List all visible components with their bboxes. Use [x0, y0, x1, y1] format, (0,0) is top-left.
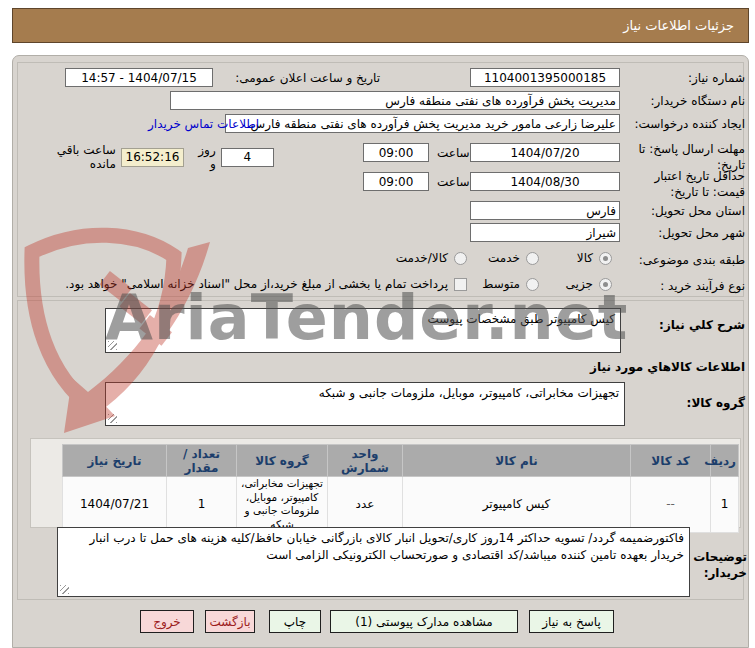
validity-date-field[interactable]: 1404/08/30 — [470, 172, 620, 191]
col-need-date: تاریخ نیاز — [63, 445, 167, 477]
remaining-days-label: روز و — [189, 143, 216, 171]
process-type-label: نوع فرآیند خرید : — [660, 279, 745, 293]
remaining-days-field: 4 — [221, 148, 274, 167]
buyer-org-label: نام دستگاه خریدار: — [651, 94, 746, 108]
need-description-label: شرح کلي نیاز: — [659, 318, 745, 332]
resize-grip-icon[interactable] — [108, 414, 117, 423]
goods-table: ردیف کد کالا نام کالا واحد شمارش گروه کا… — [62, 444, 739, 533]
buyer-notes-text: فاکتورضمیمه گردد/ تسویه حداکثر 14روز کار… — [90, 531, 684, 562]
table-row: 1 -- کیس کامپیوتر عدد تجهیزات مخابراتی، … — [63, 477, 739, 533]
announce-datetime-field[interactable]: 1404/07/15 - 14:57 — [65, 68, 213, 87]
need-description-textarea[interactable]: کیس کامپیوتر طبق مشخصات پیوست — [105, 308, 621, 353]
goods-group-label: گروه کالا: — [687, 396, 745, 410]
classification-option-goods-service[interactable]: کالا/خدمت — [396, 251, 467, 265]
delivery-province-label: استان محل تحویل: — [651, 204, 745, 218]
cell-row-number: 1 — [711, 477, 739, 533]
deadline-time-field[interactable]: 09:00 — [363, 143, 429, 162]
col-goods-group: گروه کالا — [237, 445, 328, 477]
print-button[interactable]: چاپ — [269, 610, 321, 633]
classification-option-service[interactable]: خدمت — [488, 251, 539, 265]
buyer-contact-link[interactable]: اطلاعات تماس خریدار — [148, 117, 259, 131]
process-option-medium[interactable]: متوسط — [482, 277, 539, 291]
treasury-payment-option[interactable]: پرداخت تمام یا بخشی از مبلغ خرید،از محل … — [65, 277, 467, 291]
request-creator-label: ایجاد کننده درخواست: — [634, 117, 745, 131]
radio-medium-label: متوسط — [482, 277, 520, 291]
classification-label: طبقه بندی موضوعی: — [639, 253, 745, 267]
table-header-row: ردیف کد کالا نام کالا واحد شمارش گروه کا… — [63, 445, 739, 477]
validity-hour-label: ساعت — [437, 175, 470, 189]
radio-minor-icon[interactable] — [599, 278, 612, 291]
remaining-suffix-label: ساعت باقي مانده — [28, 143, 116, 171]
deadline-hour-label: ساعت — [437, 146, 470, 160]
remaining-time-field: 16:52:16 — [121, 148, 184, 167]
need-description-text: کیس کامپیوتر طبق مشخصات پیوست — [427, 312, 615, 326]
delivery-city-label: شهر محل تحویل: — [658, 226, 745, 240]
request-creator-field[interactable]: علیرضا زارعی مامور خرید مدیریت پخش فرآور… — [225, 114, 620, 133]
delivery-province-field[interactable]: فارس — [470, 201, 620, 220]
goods-group-text: تجهیزات مخابراتی، کامپیوتر، موبایل، ملزو… — [319, 386, 619, 400]
classification-option-goods[interactable]: کالا — [577, 251, 612, 265]
radio-goods-icon[interactable] — [599, 252, 612, 265]
col-quantity: تعداد / مقدار — [167, 445, 237, 477]
resize-grip-icon[interactable] — [60, 585, 69, 594]
page-title: جزئیات اطلاعات نیاز — [12, 8, 749, 43]
announce-datetime-label: تاریخ و ساعت اعلان عمومی: — [235, 71, 380, 85]
radio-service-label: خدمت — [488, 251, 520, 265]
buyer-notes-label: توضیحات خریدار: — [683, 549, 747, 581]
cell-need-date: 1404/07/21 — [63, 477, 167, 533]
buyer-org-field[interactable]: مدیریت پخش فرآورده های نفتی منطقه فارس — [170, 91, 620, 110]
radio-goods-label: کالا — [577, 251, 593, 265]
radio-minor-label: جزیی — [566, 277, 593, 291]
col-row-number: ردیف — [711, 445, 739, 477]
view-attachments-button[interactable]: مشاهده مدارک پیوستی (1) — [330, 610, 518, 633]
back-button[interactable]: بازگشت — [205, 610, 255, 633]
process-option-minor[interactable]: جزیی — [566, 277, 612, 291]
col-goods-name: نام کالا — [403, 445, 631, 477]
col-goods-code: کد کالا — [631, 445, 711, 477]
radio-goods-service-icon[interactable] — [454, 252, 467, 265]
price-validity-label: حداقل تاریخ اعتبار قیمت: تا تاریخ: — [625, 168, 745, 200]
cell-goods-group: تجهیزات مخابراتی، کامپیوتر، موبایل، ملزو… — [237, 477, 328, 533]
cell-quantity: 1 — [167, 477, 237, 533]
delivery-city-field[interactable]: شیراز — [470, 223, 620, 242]
respond-button[interactable]: پاسخ به نیاز — [529, 610, 614, 633]
cell-goods-code: -- — [631, 477, 711, 533]
treasury-checkbox-icon[interactable] — [454, 278, 467, 291]
radio-goods-service-label: کالا/خدمت — [396, 251, 448, 265]
radio-service-icon[interactable] — [526, 252, 539, 265]
goods-group-textarea[interactable]: تجهیزات مخابراتی، کامپیوتر، موبایل، ملزو… — [105, 382, 625, 426]
radio-medium-icon[interactable] — [526, 278, 539, 291]
treasury-checkbox-label: پرداخت تمام یا بخشی از مبلغ خرید،از محل … — [65, 277, 448, 291]
col-unit: واحد شمارش — [328, 445, 403, 477]
cell-goods-name: کیس کامپیوتر — [403, 477, 631, 533]
exit-button[interactable]: خروج — [140, 610, 194, 633]
time-remaining: 4 روز و 16:52:16 ساعت باقي مانده — [28, 143, 274, 171]
deadline-date-field[interactable]: 1404/07/20 — [470, 143, 620, 162]
need-number-label: شماره نیاز: — [688, 71, 745, 85]
goods-info-heading: اطلاعات کالاهاي مورد نیاز — [590, 360, 745, 374]
page: جزئیات اطلاعات نیاز شماره نیاز: 11040013… — [0, 0, 755, 648]
resize-grip-icon[interactable] — [108, 341, 117, 350]
validity-time-field[interactable]: 09:00 — [363, 172, 429, 191]
buyer-notes-textarea[interactable]: فاکتورضمیمه گردد/ تسویه حداکثر 14روز کار… — [57, 527, 690, 597]
cell-unit: عدد — [328, 477, 403, 533]
need-number-field[interactable]: 1104001395000185 — [470, 68, 620, 87]
